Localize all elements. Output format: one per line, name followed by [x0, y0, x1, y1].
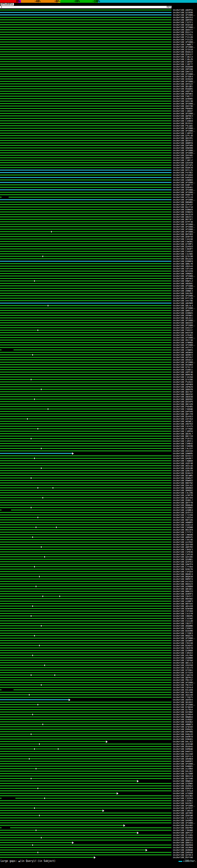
hit-row[interactable]: UniRef100_UPI000.. [0, 681, 197, 684]
hit-label[interactable]: UniRef100_A8HP55 [173, 9, 193, 11]
hit-label[interactable]: UniRef100_C8V5Y7 [173, 595, 193, 598]
hit-label[interactable]: UniRef100_B4RZH3 [173, 177, 193, 179]
hit-label[interactable]: UniRef100_Q4UDE7 [173, 458, 193, 460]
alignment-bar[interactable] [0, 27, 171, 28]
hit-row[interactable]: UniRef100_Q29CW0 [0, 743, 197, 745]
hit-label[interactable]: UniRef100_A9QT78 [173, 91, 193, 93]
hit-row[interactable]: UniRef100_A7TGX4 [0, 672, 197, 674]
hit-row[interactable]: UniRef100_C5FQ54 [0, 570, 197, 573]
alignment-bar[interactable] [0, 441, 171, 441]
alignment-bar[interactable] [0, 369, 171, 370]
alignment-bar[interactable] [0, 783, 171, 784]
hit-label[interactable]: UniRef100_Q9XY96 [173, 105, 193, 107]
alignment-bar[interactable] [0, 93, 171, 94]
hit-row[interactable]: UniRef100_B8NJ23 [0, 590, 197, 593]
hit-label[interactable]: UniRef100_C7GQ75 [173, 696, 193, 699]
hit-row[interactable]: UniRef100_A8UEW1 [0, 282, 197, 285]
hit-label[interactable]: UniRef100_Q2F637 [173, 807, 193, 809]
hit-row[interactable]: UniRef100_C4L227 [0, 447, 197, 450]
hit-label[interactable]: UniRef100_Q58DW5 [173, 98, 193, 100]
alignment-bar[interactable] [0, 756, 171, 757]
hit-row[interactable]: UniRef100_Q5WGZ7 [0, 477, 197, 479]
hit-row[interactable]: UniRef100_Q4P5H9 [0, 410, 197, 413]
hit-row[interactable]: UniRef100_C5PG16 [0, 553, 197, 556]
hit-row[interactable]: UniRef100_C44248 [0, 238, 197, 241]
hit-label[interactable]: UniRef100_UPI000.. [173, 199, 195, 201]
alignment-bar[interactable] [0, 810, 102, 811]
hit-label[interactable]: UniRef100_C4QWU8 [173, 460, 193, 462]
hit-row[interactable]: UniRef100_B4LXK2 [0, 770, 197, 773]
hit-label[interactable]: UniRef100_Q9YGZ2 [173, 83, 193, 85]
hit-row[interactable]: UniRef100_B9WTL2 [0, 280, 197, 282]
hit-label[interactable]: UniRef100_UPI000.. [173, 150, 195, 152]
hit-label[interactable]: UniRef100_C1BS48 [173, 810, 193, 812]
hit-row[interactable]: UniRef100_B4P9R6 [0, 731, 197, 733]
hit-row[interactable]: UniRef100_Q75C13 [0, 366, 197, 369]
hit-label[interactable]: UniRef100_B2AXM8 [173, 630, 193, 632]
alignment-bar[interactable] [0, 44, 171, 45]
hit-label[interactable]: UniRef100_A6ZLK8 [173, 694, 193, 696]
hit-label[interactable]: UniRef100_P52822 [173, 381, 193, 383]
alignment-bar[interactable] [0, 552, 171, 552]
hit-row[interactable]: UniRef100_Q1HGU3 [0, 245, 197, 248]
alignment-bar[interactable] [0, 120, 171, 121]
hit-label[interactable]: UniRef100_C4WUA6 [173, 534, 193, 536]
hit-label[interactable]: UniRef100_Q6BQU2 [173, 490, 193, 492]
alignment-bar[interactable] [0, 263, 171, 264]
alignment-bar[interactable] [0, 54, 171, 55]
hit-row[interactable]: UniRef100_C7GQ75 [0, 696, 197, 699]
hit-row[interactable]: UniRef100_Q759A1 [0, 669, 197, 672]
alignment-bar[interactable] [0, 785, 171, 786]
alignment-bar[interactable] [0, 133, 171, 134]
hit-row[interactable]: UniRef100_C5DEW6 [0, 408, 197, 410]
hit-label[interactable]: UniRef100_Q6FM12 [173, 677, 193, 679]
hit-label[interactable]: UniRef100_B9EPN4 [173, 827, 193, 829]
hit-row[interactable]: UniRef100_Q4W7P4 [0, 563, 197, 566]
hit-row[interactable]: UniRef100_A5DY40 [0, 462, 197, 465]
hit-row[interactable]: UniRef100_Q17DB0 [0, 773, 197, 775]
hit-row[interactable]: UniRef100_Q59Y53 [0, 512, 197, 514]
hit-row[interactable]: UniRef100_B0CYI8 [0, 435, 197, 438]
hit-label[interactable]: UniRef100_B4NF77 [173, 184, 193, 186]
hit-row[interactable]: UniRef100_B6QGY9 [0, 634, 197, 637]
alignment-bar[interactable] [0, 192, 171, 193]
hit-label[interactable]: UniRef100_B3RZF4 [173, 787, 193, 790]
alignment-bar[interactable] [0, 347, 171, 348]
alignment-bar[interactable] [0, 579, 171, 580]
alignment-bar[interactable] [0, 680, 171, 680]
hit-row[interactable]: UniRef100_UPI000.. [0, 73, 197, 75]
hit-row[interactable]: UniRef100_B0KWN5 [0, 201, 197, 204]
hit-row[interactable]: UniRef100_B0Y5U5 [0, 602, 197, 605]
alignment-bar[interactable] [0, 778, 171, 779]
hit-label[interactable]: UniRef100_B2YL25 [173, 169, 193, 172]
alignment-bar[interactable] [0, 751, 171, 752]
hit-row[interactable]: UniRef100_UPI000.. [0, 191, 197, 194]
hit-label[interactable]: UniRef100_B0XX23 [173, 583, 193, 585]
alignment-bar[interactable] [0, 145, 171, 146]
alignment-bar[interactable] [0, 143, 171, 144]
hit-row[interactable]: UniRef100_B2YL25 [0, 169, 197, 172]
hit-row[interactable]: UniRef100_A1DNF3 [0, 600, 197, 602]
alignment-bar[interactable] [0, 763, 171, 764]
hit-label[interactable]: UniRef100_Q5WGZ7 [173, 477, 193, 479]
alignment-bar[interactable] [0, 295, 171, 296]
hit-row[interactable]: UniRef100_B0X2C8 [0, 775, 197, 777]
alignment-bar[interactable] [0, 411, 171, 412]
alignment-bar[interactable] [0, 571, 171, 572]
hit-row[interactable]: UniRef100_A0NBC5 [0, 723, 197, 726]
hit-row[interactable]: UniRef100_C1BLC4 [0, 56, 197, 58]
hit-row[interactable]: UniRef100_A2QBE4 [0, 509, 197, 512]
alignment-bar[interactable] [0, 771, 171, 772]
alignment-bar[interactable] [0, 805, 171, 806]
alignment-bar[interactable] [0, 379, 171, 380]
hit-label[interactable]: UniRef100_B6RE96 [173, 374, 193, 376]
alignment-bar[interactable] [0, 29, 171, 30]
alignment-bar[interactable] [0, 741, 106, 742]
hit-row[interactable]: UniRef100_Q6EE92 [0, 393, 197, 396]
hit-label[interactable]: UniRef100_P19721 [173, 438, 193, 440]
alignment-bar[interactable] [0, 438, 171, 439]
hit-label[interactable]: UniRef100_Q6JWM5 [173, 475, 193, 477]
hit-row[interactable]: UniRef100_C4LCR6 [0, 492, 197, 494]
hit-label[interactable]: UniRef100_Q65353 [173, 17, 193, 19]
hit-row[interactable]: UniRef100_Q6BQU2 [0, 489, 197, 492]
